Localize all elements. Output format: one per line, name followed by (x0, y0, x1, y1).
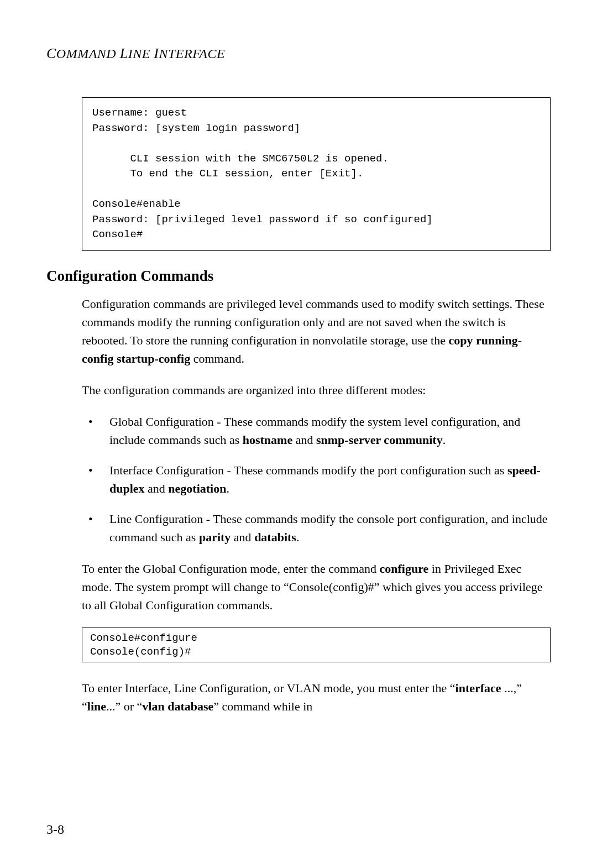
bold-term: databits (254, 530, 296, 544)
list-item: Line Configuration - These commands modi… (82, 510, 551, 546)
text: and (231, 530, 254, 544)
text: . (296, 530, 300, 544)
text: To enter Interface, Line Configuration, … (82, 681, 455, 695)
bold-term: parity (199, 530, 231, 544)
text: and (292, 433, 316, 447)
text: Line Configuration - These commands modi… (109, 512, 548, 544)
bold-term: negotiation (168, 482, 226, 495)
code-block-login: Username: guest Password: [system login … (82, 97, 551, 251)
bold-term: interface (455, 681, 501, 695)
list-item: Interface Configuration - These commands… (82, 461, 551, 498)
list-item: Global Configuration - These commands mo… (82, 412, 551, 449)
page-number: 3-8 (46, 822, 64, 837)
bold-term: vlan database (142, 699, 213, 713)
text: To enter the Global Configuration mode, … (82, 562, 380, 576)
bold-term: line (87, 699, 106, 713)
text: command. (190, 352, 244, 365)
section-heading: Configuration Commands (46, 268, 551, 285)
text: and (145, 482, 169, 495)
code-block-configure: Console#configure Console(config)# (82, 628, 551, 662)
paragraph-4: To enter Interface, Line Configuration, … (82, 679, 551, 715)
text: Interface Configuration - These commands… (109, 463, 507, 477)
text: ...” or “ (106, 699, 142, 713)
running-header: COMMAND LINE INTERFACE (46, 45, 551, 62)
text: . (443, 433, 446, 447)
paragraph-1: Configuration commands are privileged le… (82, 295, 551, 368)
bold-term: hostname (243, 433, 292, 447)
paragraph-2: The configuration commands are organized… (82, 381, 551, 399)
paragraph-3: To enter the Global Configuration mode, … (82, 560, 551, 614)
text: . (226, 482, 229, 495)
text: ” command while in (213, 699, 312, 713)
bullet-list: Global Configuration - These commands mo… (82, 412, 551, 546)
bold-term: snmp-server community (316, 433, 443, 447)
bold-term: configure (380, 562, 429, 576)
